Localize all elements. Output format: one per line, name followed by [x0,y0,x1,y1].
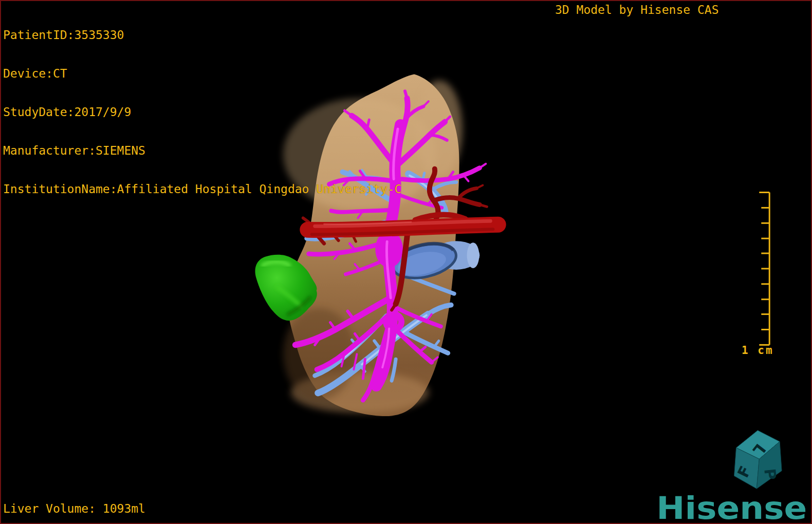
liver-volume-label: Liver Volume: 1093ml [3,502,145,515]
scale-bar-label: 1 cm [742,344,774,357]
institution-line: InstitutionName:Affiliated Hospital Qing… [3,183,401,196]
viewer-window: L F P PatientID:3535330 Device:CT StudyD… [0,0,812,524]
patient-info-overlay: PatientID:3535330 Device:CT StudyDate:20… [3,3,401,221]
manufacturer-line: Manufacturer:SIEMENS [3,144,401,157]
device-line: Device:CT [3,67,401,80]
orientation-cube[interactable]: L F P [734,431,782,489]
scale-bar [759,193,769,345]
watermark-title: 3D Model by Hisense CAS [555,4,719,16]
hisense-logo: Hisense [656,490,807,524]
patient-id-line: PatientID:3535330 [3,29,401,42]
study-date-line: StudyDate:2017/9/9 [3,106,401,119]
cube-face-right-label: P [761,467,780,480]
